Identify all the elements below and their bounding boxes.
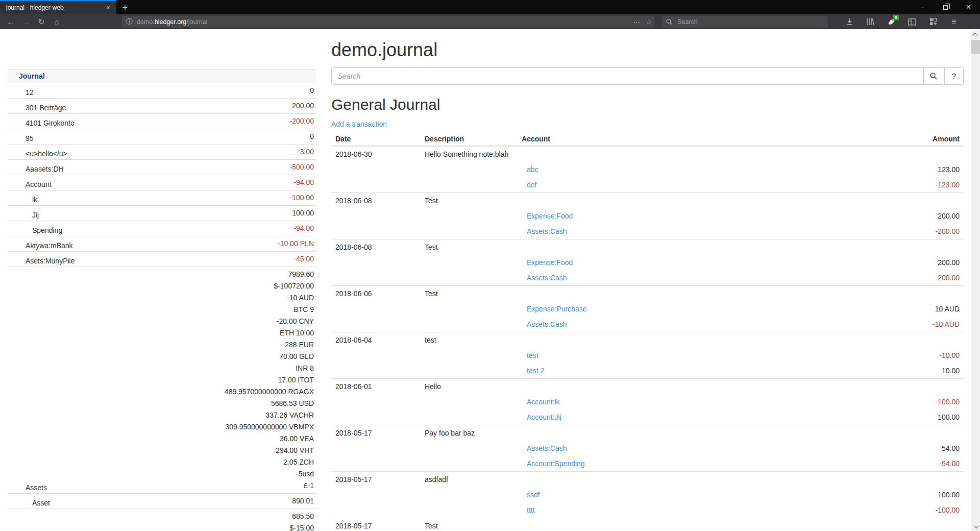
url-text: demo.hledger.org/journal [137,18,633,26]
extensions-grid-icon[interactable] [925,15,941,29]
page-actions-icon[interactable]: ⋯ [633,18,640,26]
posting-row: Account:Jij 100.00 [331,409,964,425]
bookmark-star-icon[interactable]: ☆ [645,18,652,26]
transaction-row[interactable]: 2018-06-06 Test [331,286,964,302]
tab-close-icon[interactable]: × [104,4,112,12]
posting-row: Assets:Cash -10 AUD [331,317,964,332]
posting-account-link[interactable]: Expense:Food [527,258,573,267]
page-title: demo.journal [331,40,964,60]
scrollbar-down-arrow[interactable] [971,522,980,531]
account-row: Spending -94.00 [8,221,316,236]
account-balance: 0 [139,83,316,99]
account-row: 95 0 [8,129,316,144]
posting-row: Assets:Cash -200.00 [331,224,964,239]
account-link[interactable]: Jij [32,211,39,219]
account-link[interactable]: <u>hello</u> [26,150,67,158]
transaction-row[interactable]: 2018-05-17 Test [331,518,964,531]
transaction-group: 2018-06-01 Hello Account:lk -100.00 Acco… [331,379,964,425]
forward-icon[interactable]: → [18,14,34,29]
posting-account-link[interactable]: Expense:Purchase [527,305,587,313]
url-bar[interactable]: ⓘ demo.hledger.org/journal ⋯ ☆ [122,16,655,28]
transaction-date: 2018-05-17 [331,425,421,441]
scrollbar-thumb[interactable] [971,40,980,54]
journal-search-form: ? [331,67,964,85]
transaction-row[interactable]: 2018-06-30 Hello Something note:blah [331,146,964,162]
posting-account-link[interactable]: Assets:Cash [527,274,567,282]
account-row: Jij 100.00 [8,206,316,221]
main-content: demo.journal ? General Journal Add a tra… [324,29,971,531]
new-tab-button[interactable]: + [116,0,134,14]
account-link[interactable]: 301 Beiträge [26,104,66,112]
menu-icon[interactable]: ≡ [946,15,962,29]
scrollbar-up-arrow[interactable] [971,30,980,39]
posting-account-link[interactable]: Assets:Cash [527,444,567,452]
posting-account-link[interactable]: test 2 [527,367,544,375]
back-icon[interactable]: ← [3,14,18,29]
account-link[interactable]: Aktywa:mBank [26,242,73,250]
transaction-group: 2018-06-04 test test -10.00 test 2 10.00 [331,332,964,379]
posting-account-link[interactable]: Account:Spending [527,460,585,468]
posting-account-link[interactable]: Account:lk [527,398,560,406]
posting-account-link[interactable]: test [527,351,538,359]
transaction-description: Test [421,193,518,209]
toolbar-search[interactable] [662,16,828,28]
account-link[interactable]: Spending [32,226,62,234]
sidebars-icon[interactable] [904,15,920,29]
posting-account-link[interactable]: ssdf [527,491,540,499]
library-icon[interactable] [862,15,878,29]
account-row: 12 0 [8,83,316,99]
posting-account-link[interactable]: Assets:Cash [527,227,567,235]
posting-account-link[interactable]: Account:Jij [527,413,561,421]
posting-account-link[interactable]: Assets:Cash [527,320,567,328]
transaction-row[interactable]: 2018-06-04 test [331,332,964,348]
transaction-row[interactable]: 2018-05-17 Pay foo bar baz [331,425,964,441]
posting-account-link[interactable]: def [527,181,536,189]
account-link[interactable]: 4101 Girokonto [26,119,75,127]
add-transaction-link[interactable]: Add a transaction [331,120,387,128]
toolbar-search-input[interactable] [676,18,824,26]
transaction-description: Test [421,518,518,531]
search-help-button[interactable]: ? [944,67,964,85]
downloads-icon[interactable] [841,15,857,29]
journal-search-input[interactable] [331,67,924,85]
account-link[interactable]: 12 [26,88,34,96]
transaction-row[interactable]: 2018-05-17 asdfadf [331,472,964,488]
account-link[interactable]: Aaasets:DH [26,165,64,173]
home-icon[interactable]: ⌂ [49,14,64,29]
transaction-group: 2018-06-06 Test Expense:Purchase 10 AUD … [331,286,964,332]
reload-icon[interactable]: ↻ [34,14,49,29]
posting-account-link[interactable]: Expense:Food [527,212,573,220]
search-submit-button[interactable] [924,67,943,85]
col-header-account: Account [518,132,846,146]
transaction-row[interactable]: 2018-06-08 Test [331,193,964,209]
extension-icon[interactable]: 0 [883,15,899,29]
posting-amount: -10.00 [846,348,964,363]
site-info-icon[interactable]: ⓘ [126,17,133,27]
sidebar-journal-link[interactable]: Journal [19,72,45,80]
posting-amount: -123.00 [846,177,964,193]
transaction-row[interactable]: 2018-06-01 Hello [331,379,964,395]
col-header-amount: Amount [846,132,964,146]
transaction-group: 2018-06-08 Test Expense:Food 200.00 Asse… [331,193,964,239]
browser-tab[interactable]: journal - hledger-web × [0,0,116,14]
posting-row: abc 123.00 [331,162,964,177]
minimize-button[interactable]: – [911,0,934,14]
posting-amount: -100.00 [846,502,964,518]
close-button[interactable]: × [957,0,980,14]
posting-account-link[interactable]: abc [527,165,538,174]
transaction-row[interactable]: 2018-06-08 Test [331,239,964,255]
posting-amount: 10 AUD [846,301,964,317]
restore-button[interactable] [934,0,957,14]
browser-titlebar: journal - hledger-web × + – × [0,0,980,14]
page-scrollbar[interactable] [971,29,980,531]
account-balance: -100.00 [139,190,316,206]
account-link[interactable]: Asset [32,499,50,507]
posting-account-link[interactable]: tttt [527,506,535,514]
account-link[interactable]: 95 [26,134,34,142]
account-row: <u>hello</u> -3.00 [8,144,316,160]
account-link[interactable]: Assets [26,484,47,492]
transaction-date: 2018-06-08 [331,193,421,209]
account-link[interactable]: Account [26,180,52,188]
account-link[interactable]: Asets:MunyPile [26,257,75,265]
account-link[interactable]: lk [32,196,37,204]
